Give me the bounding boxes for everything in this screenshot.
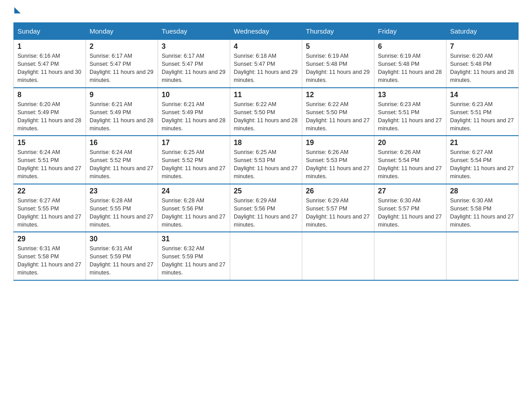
day-number: 15 — [17, 139, 82, 147]
day-info: Sunrise: 6:23 AMSunset: 5:51 PMDaylight:… — [378, 101, 442, 132]
day-info: Sunrise: 6:20 AMSunset: 5:48 PMDaylight:… — [450, 53, 514, 83]
weekday-header-monday: Monday — [86, 23, 158, 40]
calendar-cell: 9 Sunrise: 6:21 AMSunset: 5:49 PMDayligh… — [86, 88, 158, 136]
day-number: 11 — [234, 91, 298, 99]
weekday-header-thursday: Thursday — [302, 23, 374, 40]
day-number: 5 — [306, 43, 370, 51]
day-info: Sunrise: 6:27 AMSunset: 5:54 PMDaylight:… — [450, 149, 514, 180]
day-number: 19 — [306, 139, 370, 147]
day-info: Sunrise: 6:18 AMSunset: 5:47 PMDaylight:… — [234, 53, 297, 83]
day-number: 7 — [450, 43, 515, 51]
day-info: Sunrise: 6:29 AMSunset: 5:56 PMDaylight:… — [234, 197, 297, 228]
day-info: Sunrise: 6:30 AMSunset: 5:57 PMDaylight:… — [378, 197, 442, 228]
calendar-cell: 14 Sunrise: 6:23 AMSunset: 5:51 PMDaylig… — [446, 88, 519, 136]
day-info: Sunrise: 6:28 AMSunset: 5:55 PMDaylight:… — [90, 197, 153, 228]
calendar-cell: 10 Sunrise: 6:21 AMSunset: 5:49 PMDaylig… — [158, 88, 230, 136]
day-number: 23 — [90, 187, 154, 195]
day-info: Sunrise: 6:17 AMSunset: 5:47 PMDaylight:… — [90, 53, 153, 83]
day-number: 9 — [90, 91, 154, 99]
day-number: 30 — [90, 235, 154, 243]
calendar-cell — [230, 232, 302, 280]
day-number: 10 — [162, 91, 226, 99]
calendar-cell — [302, 232, 374, 280]
day-info: Sunrise: 6:22 AMSunset: 5:50 PMDaylight:… — [306, 101, 369, 132]
day-number: 6 — [378, 43, 442, 51]
calendar-cell: 15 Sunrise: 6:24 AMSunset: 5:51 PMDaylig… — [14, 136, 86, 184]
day-info: Sunrise: 6:29 AMSunset: 5:57 PMDaylight:… — [306, 197, 369, 228]
day-info: Sunrise: 6:24 AMSunset: 5:51 PMDaylight:… — [17, 149, 81, 180]
calendar-cell: 23 Sunrise: 6:28 AMSunset: 5:55 PMDaylig… — [86, 184, 158, 232]
day-info: Sunrise: 6:24 AMSunset: 5:52 PMDaylight:… — [90, 149, 153, 180]
weekday-header-saturday: Saturday — [446, 23, 519, 40]
calendar-cell: 11 Sunrise: 6:22 AMSunset: 5:50 PMDaylig… — [230, 88, 302, 136]
calendar-cell: 2 Sunrise: 6:17 AMSunset: 5:47 PMDayligh… — [86, 40, 158, 88]
day-info: Sunrise: 6:32 AMSunset: 5:59 PMDaylight:… — [162, 245, 225, 276]
day-number: 31 — [162, 235, 226, 243]
day-number: 28 — [450, 187, 515, 195]
day-number: 24 — [162, 187, 226, 195]
day-info: Sunrise: 6:25 AMSunset: 5:52 PMDaylight:… — [162, 149, 225, 180]
day-info: Sunrise: 6:30 AMSunset: 5:58 PMDaylight:… — [450, 197, 514, 228]
calendar-cell — [374, 232, 446, 280]
calendar-cell: 17 Sunrise: 6:25 AMSunset: 5:52 PMDaylig… — [158, 136, 230, 184]
day-info: Sunrise: 6:20 AMSunset: 5:49 PMDaylight:… — [17, 101, 81, 132]
calendar-cell: 28 Sunrise: 6:30 AMSunset: 5:58 PMDaylig… — [446, 184, 519, 232]
day-info: Sunrise: 6:26 AMSunset: 5:53 PMDaylight:… — [306, 149, 369, 180]
day-number: 22 — [17, 187, 82, 195]
weekday-header-tuesday: Tuesday — [158, 23, 230, 40]
day-number: 14 — [450, 91, 515, 99]
day-number: 27 — [378, 187, 442, 195]
calendar-cell: 25 Sunrise: 6:29 AMSunset: 5:56 PMDaylig… — [230, 184, 302, 232]
calendar-cell: 27 Sunrise: 6:30 AMSunset: 5:57 PMDaylig… — [374, 184, 446, 232]
day-info: Sunrise: 6:26 AMSunset: 5:54 PMDaylight:… — [378, 149, 442, 180]
calendar-cell — [446, 232, 519, 280]
calendar-cell: 4 Sunrise: 6:18 AMSunset: 5:47 PMDayligh… — [230, 40, 302, 88]
calendar-cell: 6 Sunrise: 6:19 AMSunset: 5:48 PMDayligh… — [374, 40, 446, 88]
day-number: 2 — [90, 43, 154, 51]
calendar-cell: 12 Sunrise: 6:22 AMSunset: 5:50 PMDaylig… — [302, 88, 374, 136]
calendar-week-row: 29 Sunrise: 6:31 AMSunset: 5:58 PMDaylig… — [14, 232, 519, 280]
weekday-header-friday: Friday — [374, 23, 446, 40]
day-number: 29 — [17, 235, 82, 243]
weekday-header-sunday: Sunday — [14, 23, 86, 40]
calendar-cell: 16 Sunrise: 6:24 AMSunset: 5:52 PMDaylig… — [86, 136, 158, 184]
logo — [13, 9, 21, 15]
day-number: 4 — [234, 43, 298, 51]
calendar-week-row: 22 Sunrise: 6:27 AMSunset: 5:55 PMDaylig… — [14, 184, 519, 232]
day-number: 12 — [306, 91, 370, 99]
calendar-cell: 1 Sunrise: 6:16 AMSunset: 5:47 PMDayligh… — [14, 40, 86, 88]
calendar-cell: 18 Sunrise: 6:25 AMSunset: 5:53 PMDaylig… — [230, 136, 302, 184]
day-info: Sunrise: 6:19 AMSunset: 5:48 PMDaylight:… — [306, 53, 369, 83]
day-number: 21 — [450, 139, 515, 147]
day-info: Sunrise: 6:16 AMSunset: 5:47 PMDaylight:… — [17, 53, 81, 83]
calendar-cell: 5 Sunrise: 6:19 AMSunset: 5:48 PMDayligh… — [302, 40, 374, 88]
calendar-cell: 29 Sunrise: 6:31 AMSunset: 5:58 PMDaylig… — [14, 232, 86, 280]
calendar-week-row: 15 Sunrise: 6:24 AMSunset: 5:51 PMDaylig… — [14, 136, 519, 184]
calendar-cell: 22 Sunrise: 6:27 AMSunset: 5:55 PMDaylig… — [14, 184, 86, 232]
day-number: 25 — [234, 187, 298, 195]
day-number: 18 — [234, 139, 298, 147]
day-info: Sunrise: 6:27 AMSunset: 5:55 PMDaylight:… — [17, 197, 81, 228]
day-info: Sunrise: 6:23 AMSunset: 5:51 PMDaylight:… — [450, 101, 514, 132]
calendar-cell: 3 Sunrise: 6:17 AMSunset: 5:47 PMDayligh… — [158, 40, 230, 88]
day-number: 20 — [378, 139, 442, 147]
day-number: 26 — [306, 187, 370, 195]
weekday-header-row: SundayMondayTuesdayWednesdayThursdayFrid… — [14, 23, 519, 40]
calendar-week-row: 1 Sunrise: 6:16 AMSunset: 5:47 PMDayligh… — [14, 40, 519, 88]
calendar-cell: 20 Sunrise: 6:26 AMSunset: 5:54 PMDaylig… — [374, 136, 446, 184]
day-info: Sunrise: 6:22 AMSunset: 5:50 PMDaylight:… — [234, 101, 297, 132]
day-number: 3 — [162, 43, 226, 51]
calendar-table: SundayMondayTuesdayWednesdayThursdayFrid… — [13, 22, 519, 281]
calendar-cell: 26 Sunrise: 6:29 AMSunset: 5:57 PMDaylig… — [302, 184, 374, 232]
calendar-cell: 24 Sunrise: 6:28 AMSunset: 5:56 PMDaylig… — [158, 184, 230, 232]
day-info: Sunrise: 6:31 AMSunset: 5:58 PMDaylight:… — [17, 245, 81, 276]
calendar-cell: 31 Sunrise: 6:32 AMSunset: 5:59 PMDaylig… — [158, 232, 230, 280]
calendar-cell: 8 Sunrise: 6:20 AMSunset: 5:49 PMDayligh… — [14, 88, 86, 136]
day-number: 8 — [17, 91, 82, 99]
calendar-cell: 7 Sunrise: 6:20 AMSunset: 5:48 PMDayligh… — [446, 40, 519, 88]
day-number: 13 — [378, 91, 442, 99]
day-number: 17 — [162, 139, 226, 147]
calendar-cell: 19 Sunrise: 6:26 AMSunset: 5:53 PMDaylig… — [302, 136, 374, 184]
day-info: Sunrise: 6:25 AMSunset: 5:53 PMDaylight:… — [234, 149, 297, 180]
day-info: Sunrise: 6:21 AMSunset: 5:49 PMDaylight:… — [90, 101, 153, 132]
